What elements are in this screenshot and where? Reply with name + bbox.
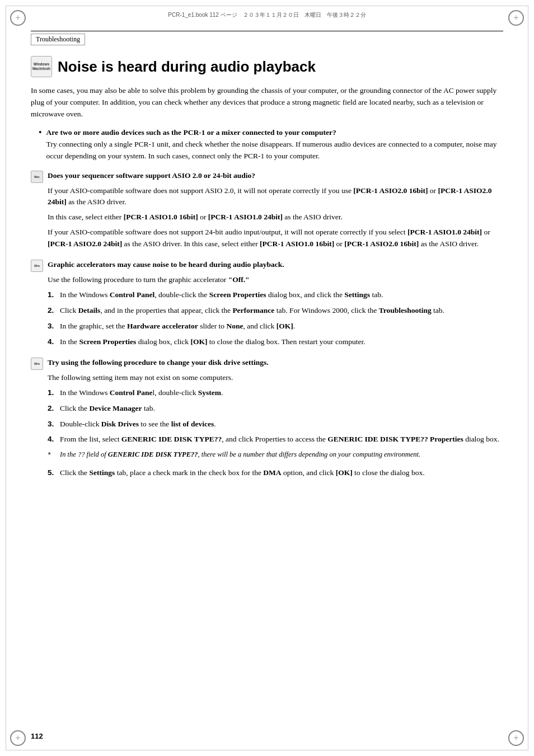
win-graphic-header: Win Graphic accelerators may cause noise… [31,259,503,272]
asio-bold-7: [PCR-1 ASIO1.0 16bit] [260,240,334,248]
main-content: Windows Macintosh Noise is heard during … [31,56,503,722]
win-disk-steps: 1. In the Windows Control Panel, double-… [48,387,503,479]
mac-icon: Mac [31,171,43,183]
step-num: 1. [48,289,60,301]
mac-asio-heading: Does your sequencer software support ASI… [48,170,255,181]
settings-bold: Settings [90,468,115,477]
step-content: In the Screen Properties dialog box, cli… [60,336,503,348]
win-graphic-heading: Graphic accelerators may cause noise to … [48,259,284,270]
win-graphic-section: Win Graphic accelerators may cause noise… [31,259,503,348]
step-num: 3. [48,321,60,332]
win-disk-section: Win Try using the following procedure to… [31,357,503,479]
footnote-star: * [48,449,60,461]
asio-bold-6: [PCR-1 ASIO2.0 24bit] [48,240,122,248]
screen-props-bold: Screen Properties [209,290,266,299]
ok-bold-1: [OK] [277,322,293,330]
windows-mac-icon: Windows Macintosh [31,56,52,77]
asio-bold-3: [PCR-1 ASIO1.0 16bit] [124,213,198,221]
dev-mgr-bold: Device Manager [90,404,142,412]
win-icon-2: Win [31,358,43,370]
bullet-heading: Are two or more audio devices such as th… [46,127,503,139]
ok-bold-2: [OK] [190,337,207,346]
win-disk-subheading: The following setting item may not exist… [48,372,503,384]
disk-step-item: 2. Click the Device Manager tab. [48,403,503,415]
footnote-content: In the ?? field of GENERIC IDE DISK TYPE… [60,449,503,460]
step-item: 3. In the graphic, set the Hardware acce… [48,321,503,332]
step-item: 1. In the Windows Control Panel, double-… [48,289,503,301]
generic-props-bold: GENERIC IDE DISK TYPE?? Properties [327,435,463,443]
disk-step-content: Click the Device Manager tab. [60,403,503,415]
disk-step-content: In the Windows Control Panel, double-cli… [60,387,503,399]
win-icon-1: Win [31,260,43,272]
bullet-section: • Are two or more audio devices such as … [31,127,503,162]
mac-asio-section: Mac Does your sequencer software support… [31,170,503,251]
disk-footnote-item: * In the ?? field of GENERIC IDE DISK TY… [48,449,503,463]
generic-bold: GENERIC IDE DISK TYPE?? [121,435,222,443]
disk-step-item: 1. In the Windows Control Panel, double-… [48,387,503,399]
title-row: Windows Macintosh Noise is heard during … [31,56,503,77]
bullet-dot: • [39,127,42,139]
disk-step-content: Click the Settings tab, place a check ma… [60,467,503,479]
generic-italic-bold: GENERIC IDE DISK TYPE?? [108,450,198,458]
settings-tab-bold: Settings [344,290,370,299]
breadcrumb: Troubleshooting [31,34,85,45]
none-bold: None [226,322,243,330]
file-info: PCR-1_e1.book 112 ページ ２０３年１１月２０日 木曜日 午後３… [31,11,503,19]
asio-bold-8: [PCR-1 ASIO2.0 16bit] [344,240,419,248]
mac-label: Macintosh [32,67,50,71]
dma-bold: DMA [263,468,281,477]
list-bold: list of devices [171,420,214,428]
bullet-item: • Are two or more audio devices such as … [39,127,503,162]
asio-bold-1: [PCR-1 ASIO2.0 16bit] [353,186,428,195]
disk-step-num: 4. [48,434,60,445]
step-content: In the Windows Control Panel, double-cli… [60,289,503,301]
win-graphic-subheading: Use the following procedure to turn the … [48,274,503,286]
details-bold: Details [78,306,101,314]
header-bar: Troubleshooting [31,31,503,45]
mac-asio-line1: If your ASIO-compatible software does no… [48,185,503,209]
step-content: In the graphic, set the Hardware acceler… [60,321,503,332]
off-bold: "Off." [228,275,250,284]
bullet-heading-bold: Are two or more audio devices such as th… [46,128,336,137]
disk-step-num: 2. [48,403,60,415]
ok-bold-3: [OK] [336,468,353,477]
mac-asio-header: Mac Does your sequencer software support… [31,170,503,183]
disk-step-content: From the list, select GENERIC IDE DISK T… [60,434,503,445]
win-graphic-steps: 1. In the Windows Control Panel, double-… [48,289,503,348]
troubleshooting-bold: Troubleshooting [379,306,432,314]
step-num: 2. [48,305,60,317]
asio-bold-5: [PCR-1 ASIO1.0 24bit] [407,228,482,236]
mac-asio-line2: In this case, select either [PCR-1 ASIO1… [48,212,503,223]
win-disk-heading: Try using the following procedure to cha… [48,357,269,368]
performance-bold: Performance [232,306,274,314]
disk-step-item: 3. Double-click Disk Drives to see the l… [48,419,503,430]
step-num: 4. [48,336,60,348]
bullet-content: Are two or more audio devices such as th… [46,127,503,162]
disk-step-num: 1. [48,387,60,399]
step-item: 2. Click Details, and in the properties … [48,305,503,317]
windows-label: Windows [34,62,49,67]
disk-step-content: Double-click Disk Drives to see the list… [60,419,503,430]
disk-step-num: 3. [48,419,60,430]
hw-accel-bold: Hardware accelerator [127,322,198,330]
mac-asio-line3: If your ASIO-compatible software does no… [48,227,503,250]
intro-paragraph: In some cases, you may also be able to s… [31,85,503,120]
win-disk-header: Win Try using the following procedure to… [31,357,503,370]
page-heading: Noise is heard during audio playback [58,58,316,76]
bullet-body: Try connecting only a single PCR-1 unit,… [46,139,503,162]
screen-props-bold2: Screen Properties [79,337,137,346]
system-bold: System [198,388,221,397]
step-item: 4. In the Screen Properties dialog box, … [48,336,503,348]
disk-step-item: 5. Click the Settings tab, place a check… [48,467,503,479]
step-content: Click Details, and in the properties tha… [60,305,503,317]
disk-drives-bold: Disk Drives [101,420,139,428]
disk-step-item: 4. From the list, select GENERIC IDE DIS… [48,434,503,445]
control-panel-bold: Control Panel [110,290,154,299]
asio-bold-4: [PCR-1 ASIO1.0 24bit] [208,213,283,221]
cp-bold: Control Pane [110,388,153,397]
page-number: 112 [31,732,43,740]
disk-step-num: 5. [48,467,60,479]
